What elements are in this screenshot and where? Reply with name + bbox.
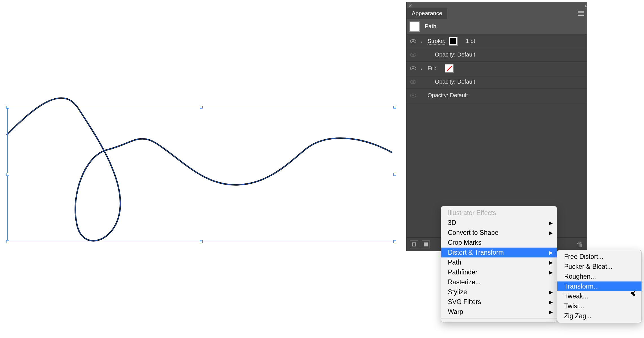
visibility-icon[interactable] <box>410 80 416 84</box>
visibility-icon[interactable] <box>410 53 416 57</box>
menu-item-distort-transform[interactable]: Distort & Transform▶ <box>441 248 557 257</box>
resize-handle-n[interactable] <box>200 106 203 109</box>
fill-row[interactable]: ⌄ Fill: <box>407 62 587 75</box>
menu-header: Illustrator Effects <box>441 208 557 218</box>
disclosure-icon[interactable]: ⌄ <box>420 39 428 44</box>
distort-transform-submenu: Free Distort...Pucker & Bloat...Roughen.… <box>557 250 642 323</box>
fill-color-swatch[interactable] <box>445 64 454 73</box>
menu-item-crop-marks[interactable]: Crop Marks <box>441 238 557 248</box>
menu-item-rasterize[interactable]: Rasterize... <box>441 277 557 287</box>
opacity-value: Default <box>457 79 475 85</box>
menu-item-warp[interactable]: Warp▶ <box>441 307 557 317</box>
panel-top-bar: ✕ ▸▸ <box>407 2 587 8</box>
new-stroke-button[interactable] <box>410 240 418 248</box>
resize-handle-se[interactable] <box>393 240 396 243</box>
selection-type-row: Path <box>407 19 587 34</box>
submenu-arrow-icon: ▶ <box>549 289 553 295</box>
resize-handle-s[interactable] <box>200 240 203 243</box>
visibility-icon[interactable] <box>410 66 416 70</box>
stroke-color-swatch[interactable] <box>449 37 458 46</box>
selection-swatch <box>409 21 420 32</box>
opacity-label[interactable]: Opacity: <box>435 79 455 85</box>
stroke-opacity-row[interactable]: Opacity: Default <box>407 48 587 62</box>
selection-type-label: Path <box>425 23 436 30</box>
close-icon[interactable]: ✕ <box>408 3 412 9</box>
submenu-item-free-distort[interactable]: Free Distort... <box>557 252 641 262</box>
opacity-label[interactable]: Opacity: <box>428 92 448 99</box>
submenu-arrow-icon: ▶ <box>549 220 553 226</box>
submenu-arrow-icon: ▶ <box>549 259 553 266</box>
submenu-item-twist[interactable]: Twist... <box>557 301 641 311</box>
resize-handle-e[interactable] <box>393 173 396 176</box>
menu-item-svg-filters[interactable]: SVG Filters▶ <box>441 297 557 307</box>
resize-handle-nw[interactable] <box>6 106 9 109</box>
menu-separator <box>441 318 557 319</box>
menu-item-pathfinder[interactable]: Pathfinder▶ <box>441 267 557 277</box>
submenu-item-tweak[interactable]: Tweak... <box>557 291 641 301</box>
submenu-item-zig-zag[interactable]: Zig Zag... <box>557 311 641 321</box>
menu-item-stylize[interactable]: Stylize▶ <box>441 287 557 297</box>
panel-menu-icon[interactable] <box>578 11 584 16</box>
visibility-icon[interactable] <box>410 39 416 43</box>
stroke-weight-value[interactable]: 1 pt <box>466 38 475 44</box>
canvas-area[interactable] <box>0 0 406 254</box>
submenu-arrow-icon: ▶ <box>549 250 553 256</box>
effects-menu: Illustrator Effects3D▶Convert to Shape▶C… <box>441 206 557 322</box>
resize-handle-sw[interactable] <box>6 240 9 243</box>
stroke-label[interactable]: Stroke: <box>428 38 445 45</box>
menu-item-path[interactable]: Path▶ <box>441 257 557 267</box>
submenu-arrow-icon: ▶ <box>549 269 553 276</box>
menu-item-convert-to-shape[interactable]: Convert to Shape▶ <box>441 228 557 238</box>
opacity-label[interactable]: Opacity: <box>435 51 455 58</box>
menu-item-3d[interactable]: 3D▶ <box>441 218 557 228</box>
resize-handle-w[interactable] <box>6 173 9 176</box>
object-opacity-row[interactable]: Opacity: Default <box>407 89 587 102</box>
opacity-value: Default <box>450 92 468 99</box>
selection-bounding-box[interactable] <box>7 107 395 242</box>
delete-icon[interactable]: 🗑 <box>577 240 583 248</box>
submenu-arrow-icon: ▶ <box>549 299 553 305</box>
submenu-item-transform[interactable]: Transform... <box>557 281 641 291</box>
fill-opacity-row[interactable]: Opacity: Default <box>407 75 587 89</box>
stroke-row[interactable]: ⌄ Stroke: 1 pt <box>407 34 587 48</box>
new-fill-button[interactable] <box>422 240 430 248</box>
opacity-value: Default <box>457 51 475 58</box>
panel-header: Appearance <box>407 8 587 19</box>
submenu-arrow-icon: ▶ <box>549 309 553 315</box>
visibility-icon[interactable] <box>410 94 416 97</box>
submenu-item-roughen[interactable]: Roughen... <box>557 272 641 281</box>
submenu-arrow-icon: ▶ <box>549 230 553 236</box>
fill-label[interactable]: Fill: <box>428 65 436 72</box>
appearance-tab[interactable]: Appearance <box>407 8 447 19</box>
submenu-item-pucker-bloat[interactable]: Pucker & Bloat... <box>557 262 641 272</box>
resize-handle-ne[interactable] <box>393 106 396 109</box>
disclosure-icon[interactable]: ⌄ <box>420 66 428 71</box>
